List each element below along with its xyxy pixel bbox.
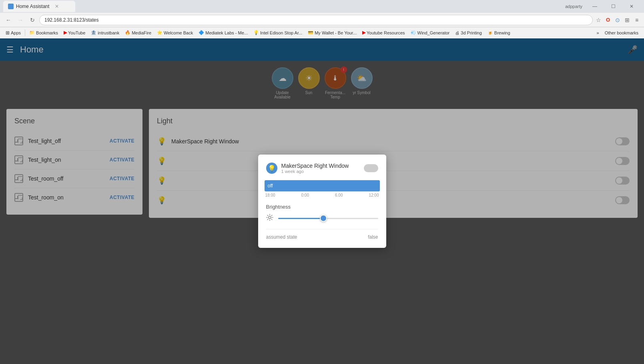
timeline-label: off — [268, 183, 273, 189]
bookmark-mediafire[interactable]: 🔥 MediaFire — [122, 29, 154, 36]
bookmark-wind-label: Wind_Generator — [417, 30, 450, 35]
timeline-tick-2: 6.00 — [335, 193, 343, 197]
bookmark-apps-label: Apps — [11, 30, 21, 35]
bookmark-mediafire-label: MediaFire — [132, 30, 151, 35]
assumed-state-key: assumed state — [266, 234, 297, 240]
bookmark-star-icon[interactable]: ☆ — [594, 16, 602, 24]
assumed-state-value: false — [368, 234, 378, 240]
bookmark-bookmarks-label: Bookmarks — [36, 30, 58, 35]
modal-header: 💡 MakerSpace Right Window 1 week ago — [266, 163, 378, 174]
tab-close[interactable]: ✕ — [55, 4, 59, 9]
assumed-state-row: assumed state false — [266, 229, 378, 240]
bookmark-intel-label: Intel Edison Stop Ar... — [260, 30, 302, 35]
bookmark-my-wallet[interactable]: 💳 My Wallet - Be Your... — [305, 29, 359, 36]
timeline-bar: off — [265, 180, 380, 191]
bookmark-youtube-resources[interactable]: ▶ Youtube Resources — [360, 29, 407, 36]
svg-point-0 — [269, 216, 271, 219]
modal-overlay[interactable]: 💡 MakerSpace Right Window 1 week ago off… — [0, 38, 644, 364]
bookmark-bookmarks[interactable]: 📁 Bookmarks — [27, 29, 60, 36]
address-input[interactable] — [39, 15, 593, 25]
new-tab-area — [80, 1, 152, 12]
modal-bulb-icon: 💡 — [266, 163, 277, 174]
bookmark-3d-printing[interactable]: 🖨 3d Printing — [453, 30, 484, 36]
modal-device-name: MakerSpace Right Window — [281, 163, 360, 169]
back-button[interactable]: ← — [3, 15, 14, 25]
minimize-button[interactable]: — — [586, 0, 604, 13]
bookmark-youtube-label: YouTube — [68, 30, 85, 35]
clock-extension-icon[interactable]: ⊙ — [614, 16, 622, 24]
close-button[interactable]: ✕ — [622, 0, 641, 13]
bookmark-separator-1 — [25, 30, 25, 36]
browser-tab[interactable]: Home Assistant ✕ — [3, 1, 75, 12]
bookmark-wind-generator[interactable]: 💨 Wind_Generator — [408, 29, 452, 36]
light-detail-modal: 💡 MakerSpace Right Window 1 week ago off… — [258, 155, 386, 248]
menu-icon[interactable]: ≡ — [633, 16, 641, 24]
bookmark-intrustbank[interactable]: 🏦 intrustbank — [88, 29, 122, 36]
timeline-container: off 18:00 0:00 6.00 12:00 — [265, 180, 380, 197]
bookmark-brewing[interactable]: 🍺 Brewing — [485, 29, 513, 36]
restore-button[interactable]: ☐ — [604, 0, 622, 13]
bookmark-youtube-resources-label: Youtube Resources — [367, 30, 405, 35]
bookmark-welcome-back-label: Welcome Back — [164, 30, 193, 35]
bookmarks-bar: ⊞ Apps 📁 Bookmarks ▶ YouTube 🏦 intrustba… — [0, 27, 644, 38]
timeline-tick-1: 0:00 — [301, 193, 309, 197]
timeline-tick-3: 12:00 — [369, 193, 379, 197]
modal-last-seen: 1 week ago — [281, 169, 360, 174]
extension-icon[interactable]: ⊞ — [623, 16, 631, 24]
bookmark-wallet-label: My Wallet - Be Your... — [315, 30, 357, 35]
brightness-label: Brightness — [266, 204, 378, 210]
tab-title: Home Assistant — [16, 4, 49, 9]
app-area: ☰ Home 🎤 ☁ UpdateAvailable ☀ Sun 🌡 ! Fer… — [0, 38, 644, 364]
other-bookmarks-button[interactable]: Other bookmarks — [602, 30, 641, 36]
bookmark-brewing-label: Brewing — [494, 30, 510, 35]
more-bookmarks-button[interactable]: » — [594, 30, 602, 36]
brightness-control — [266, 214, 378, 223]
address-bar-row: ← → ↻ ☆ O ⊙ ⊞ ≡ — [0, 13, 644, 27]
opera-icon[interactable]: O — [604, 16, 612, 24]
brightness-gear-icon[interactable] — [266, 214, 275, 223]
timeline-ticks: 18:00 0:00 6.00 12:00 — [265, 191, 380, 197]
other-bookmarks-label: Other bookmarks — [605, 30, 638, 35]
modal-toggle[interactable] — [364, 164, 378, 172]
bookmark-mediatek[interactable]: 🔷 Mediatek Labs - Me... — [196, 29, 250, 36]
bookmark-youtube[interactable]: ▶ YouTube — [61, 29, 88, 36]
tab-favicon — [8, 4, 14, 9]
timeline-tick-0: 18:00 — [265, 193, 275, 197]
modal-title-area: MakerSpace Right Window 1 week ago — [281, 163, 360, 174]
bookmark-intel-edison[interactable]: 💡 Intel Edison Stop Ar... — [251, 29, 305, 36]
bookmark-apps[interactable]: ⊞ Apps — [3, 29, 23, 36]
user-account: adpparty — [565, 4, 582, 9]
bookmark-intrustbank-label: intrustbank — [98, 30, 119, 35]
bookmark-3d-label: 3d Printing — [461, 30, 482, 35]
bookmark-welcome-back[interactable]: ⭐ Welcome Back — [154, 29, 195, 36]
bookmark-mediatek-label: Mediatek Labs - Me... — [205, 30, 248, 35]
reload-button[interactable]: ↻ — [27, 15, 38, 25]
forward-button[interactable]: → — [15, 15, 26, 25]
more-bookmarks-label: » — [597, 30, 599, 35]
title-bar: Home Assistant ✕ adpparty — ☐ ✕ — [0, 0, 644, 13]
brightness-slider[interactable] — [278, 218, 378, 219]
brightness-section: Brightness — [266, 204, 378, 223]
